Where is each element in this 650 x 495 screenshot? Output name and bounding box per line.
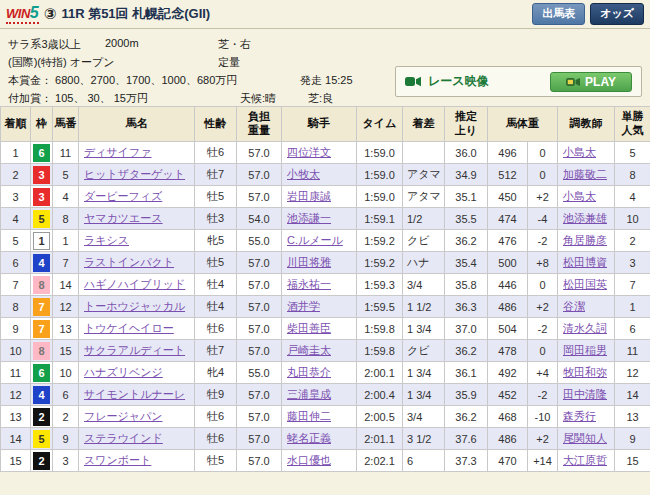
horse-name-link[interactable]: トウケイヘイロー [84,322,174,334]
jockey-link[interactable]: 蛯名正義 [287,432,331,444]
weight-change: -10 [528,406,558,428]
trainer-link[interactable]: 森秀行 [563,410,596,422]
play-button[interactable]: PLAY [550,72,632,92]
finish-time: 1:59.8 [357,340,403,362]
horse-name-link[interactable]: ヒットザターゲット [84,168,185,180]
margin: 3/4 [403,274,445,296]
jockey-link[interactable]: 藤田伸二 [287,410,331,422]
horse-name-link[interactable]: ラキシス [84,234,129,246]
finish-time: 1:59.2 [357,230,403,252]
horse-name-link[interactable]: ステラウインド [84,432,163,444]
horse-name-link-cell: ハナズリベンジ [79,362,195,384]
course-type: 芝・右 [218,37,251,52]
sex-age: 牝5 [195,230,237,252]
last-3f: 36.2 [445,340,488,362]
frame-badge: 8 [33,276,50,294]
body-weight: 476 [488,230,528,252]
jockey-link[interactable]: 岩田康誠 [287,190,331,202]
jockey-link[interactable]: 水口優也 [287,454,331,466]
jockey-link[interactable]: 福永祐一 [287,278,331,290]
win-popularity: 2 [615,230,650,252]
win-popularity: 8 [615,164,650,186]
trainer-link[interactable]: 大江原哲 [563,454,607,466]
race-class: サラ系3歳以上 [8,37,81,52]
trainer-link[interactable]: 清水久詞 [563,322,607,334]
carried-weight: 55.0 [237,362,282,384]
horse-name-link[interactable]: スワンボート [84,454,151,466]
trainer-link-cell: 加藤敬二 [558,164,615,186]
turf-condition: 芝:良 [308,91,333,106]
win-popularity: 10 [615,208,650,230]
horse-number: 1 [53,230,79,252]
win-popularity: 9 [615,428,650,450]
body-weight: 478 [488,340,528,362]
header-trainer: 調教師 [558,107,615,142]
horse-number: 4 [53,186,79,208]
trainer-link[interactable]: 池添兼雄 [563,212,607,224]
odds-button[interactable]: オッズ [590,3,644,24]
jockey-link[interactable]: 丸田恭介 [287,366,331,378]
trainer-link[interactable]: 田中清隆 [563,388,607,400]
trainer-link[interactable]: 角居勝彦 [563,234,607,246]
jockey-link[interactable]: 三浦皇成 [287,388,331,400]
trainer-link[interactable]: 谷潔 [563,300,585,312]
frame-cell: 5 [31,208,53,230]
win5-logo-number: 5 [30,5,39,21]
page-header: WIN5 ③ 11R 第51回 札幌記念(GII) 出馬表 オッズ [0,0,650,29]
finish-position: 14 [1,428,31,450]
horse-name-link[interactable]: フレージャパン [84,410,163,422]
trainer-link[interactable]: 小島太 [563,190,596,202]
horse-name-link[interactable]: サイモントルナーレ [84,388,185,400]
table-row: 9713トウケイヘイロー牡657.0柴田善臣1:59.81 3/437.0504… [1,318,650,340]
shutsubahyo-button[interactable]: 出馬表 [532,3,585,24]
finish-position: 8 [1,296,31,318]
trainer-link[interactable]: 岡田稲男 [563,344,607,356]
carried-weight: 57.0 [237,186,282,208]
margin: クビ [403,230,445,252]
carried-weight: 57.0 [237,428,282,450]
jockey-link[interactable]: 戸崎圭太 [287,344,331,356]
win-popularity: 1 [615,296,650,318]
trainer-link[interactable]: 牧田和弥 [563,366,607,378]
horse-name-link[interactable]: ヤマカツエース [84,212,163,224]
trainer-link[interactable]: 尾関知人 [563,432,607,444]
trainer-link[interactable]: 松田博資 [563,256,607,268]
last-3f: 36.3 [445,296,488,318]
horse-name-link[interactable]: ダービーフィズ [84,190,162,202]
horse-name-link[interactable]: トーホウジャッカル [84,300,185,312]
trainer-link[interactable]: 加藤敬二 [563,168,607,180]
body-weight: 486 [488,428,528,450]
sex-age: 牡7 [195,340,237,362]
horse-name-link[interactable]: ディサイファ [84,146,152,158]
horse-name-link[interactable]: サクラアルディート [84,344,185,356]
sex-age: 牡3 [195,208,237,230]
margin: アタマ [403,164,445,186]
horse-number: 7 [53,252,79,274]
sex-age: 牡7 [195,164,237,186]
jockey-link[interactable]: 酒井学 [287,300,320,312]
sex-age: 牡6 [195,428,237,450]
margin: 3/4 [403,406,445,428]
table-row: 1523スワンボート牡557.0水口優也2:02.1637.3470+14大江原… [1,450,650,472]
horse-name-link[interactable]: ハギノハイブリッド [84,278,185,290]
jockey-link[interactable]: 柴田善臣 [287,322,331,334]
jockey-link[interactable]: 四位洋文 [287,146,331,158]
jockey-link[interactable]: 小牧太 [287,168,320,180]
body-weight: 496 [488,142,528,164]
trainer-link-cell: 池添兼雄 [558,208,615,230]
frame-badge: 1 [33,232,50,250]
topbar-buttons: 出馬表 オッズ [532,3,644,24]
horse-name-link[interactable]: ハナズリベンジ [84,366,163,378]
jockey-link-cell: 川田将雅 [282,252,357,274]
title-area: WIN5 ③ 11R 第51回 札幌記念(GII) [6,5,210,24]
horse-name-link-cell: フレージャパン [79,406,195,428]
table-row: 1611ディサイファ牡657.0四位洋文1:59.036.04960小島太5 [1,142,650,164]
header-win-popularity: 単勝 人気 [615,107,650,142]
jockey-link[interactable]: 池添謙一 [287,212,331,224]
jockey-link[interactable]: C.ルメール [287,234,343,246]
trainer-link[interactable]: 小島太 [563,146,596,158]
horse-name-link[interactable]: ラストインパクト [84,256,174,268]
jockey-link[interactable]: 川田将雅 [287,256,331,268]
trainer-link[interactable]: 松田国英 [563,278,607,290]
margin: 1 3/4 [403,318,445,340]
